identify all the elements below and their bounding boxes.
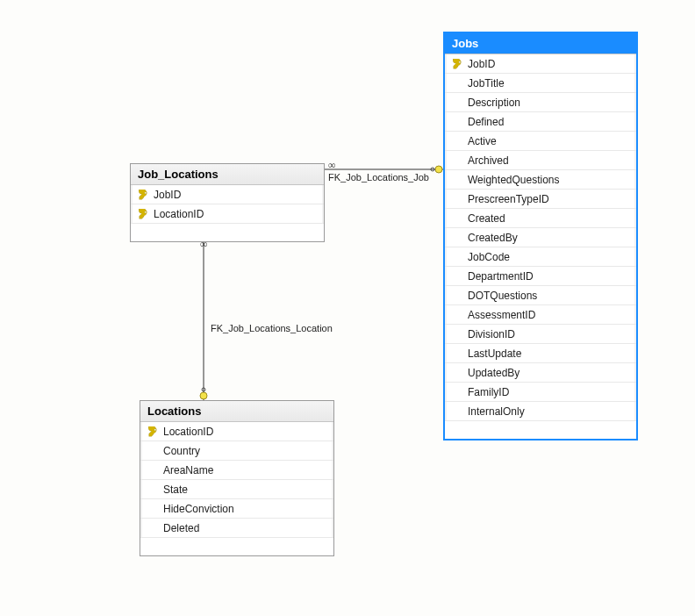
table-row[interactable]: Deleted	[140, 519, 333, 538]
entity-padding	[140, 538, 333, 555]
column-name: HideConviction	[161, 503, 328, 515]
table-row[interactable]: AreaName	[140, 461, 333, 480]
column-name: JobID	[152, 189, 319, 201]
table-row[interactable]: DivisionID	[445, 325, 636, 344]
table-row[interactable]: AssessmentID	[445, 305, 636, 325]
column-name: JobID	[466, 58, 631, 70]
svg-point-7	[202, 388, 205, 391]
column-name: Created	[466, 212, 631, 225]
column-name: LocationID	[152, 208, 319, 220]
table-row[interactable]: Defined	[445, 112, 636, 132]
primary-key-icon	[148, 426, 159, 437]
column-name: JobCode	[466, 251, 631, 263]
table-row[interactable]: LocationID	[131, 204, 324, 224]
table-row[interactable]: HideConviction	[140, 499, 333, 519]
table-row[interactable]: FamilyID	[445, 383, 636, 402]
entity-padding	[131, 224, 324, 241]
table-row[interactable]: Active	[445, 132, 636, 151]
table-row[interactable]: UpdatedBy	[445, 363, 636, 383]
column-name: DepartmentID	[466, 270, 631, 283]
table-row[interactable]: Country	[140, 441, 333, 461]
svg-text:∞: ∞	[328, 159, 336, 171]
column-name: Active	[466, 135, 631, 147]
column-name: PrescreenTypeID	[466, 193, 631, 205]
diagram-canvas[interactable]: ∞ ∞ FK_Job_Locations_Job FK_Job_Location…	[0, 0, 695, 616]
table-row[interactable]: DepartmentID	[445, 267, 636, 286]
table-row[interactable]: PrescreenTypeID	[445, 190, 636, 209]
entity-jobs[interactable]: Jobs JobID JobTitle Description Defined …	[443, 32, 638, 441]
svg-point-6	[200, 392, 207, 399]
column-name: LastUpdate	[466, 347, 631, 360]
column-name: Archived	[466, 154, 631, 167]
column-name: LocationID	[161, 426, 328, 438]
table-row[interactable]: LocationID	[140, 422, 333, 441]
table-row[interactable]: Created	[445, 209, 636, 228]
column-name: WeightedQuestions	[466, 174, 631, 186]
table-row[interactable]: Description	[445, 93, 636, 112]
primary-key-icon	[139, 209, 149, 219]
svg-point-2	[435, 166, 442, 173]
column-name: FamilyID	[466, 386, 631, 398]
column-name: Description	[466, 97, 631, 109]
table-row[interactable]: WeightedQuestions	[445, 170, 636, 190]
table-row[interactable]: JobCode	[445, 247, 636, 267]
column-name: Deleted	[161, 522, 328, 534]
column-name: JobTitle	[466, 77, 631, 90]
entity-title: Jobs	[445, 33, 636, 54]
column-name: DOTQuestions	[466, 290, 631, 302]
relationship-label-locations: FK_Job_Locations_Location	[211, 323, 333, 333]
column-name: AssessmentID	[466, 309, 631, 321]
primary-key-icon	[453, 59, 463, 69]
column-name: InternalOnly	[466, 405, 631, 418]
entity-padding	[445, 421, 636, 439]
column-name: Country	[161, 445, 328, 457]
svg-point-3	[431, 168, 434, 171]
relationship-line-jobs: ∞	[325, 159, 443, 173]
primary-key-icon	[139, 190, 149, 200]
entity-columns: JobID LocationID	[131, 185, 324, 241]
table-row[interactable]: InternalOnly	[445, 402, 636, 421]
column-name: CreatedBy	[466, 232, 631, 244]
table-row[interactable]: JobID	[445, 54, 636, 74]
entity-locations[interactable]: Locations LocationID Country AreaName St…	[140, 400, 334, 556]
column-name: AreaName	[161, 464, 328, 476]
column-name: State	[161, 483, 328, 496]
relationship-line-locations: ∞	[200, 237, 208, 400]
column-name: DivisionID	[466, 328, 631, 340]
entity-job-locations[interactable]: Job_Locations JobID LocationID	[130, 163, 325, 242]
table-row[interactable]: DOTQuestions	[445, 286, 636, 305]
table-row[interactable]: JobID	[131, 185, 324, 204]
column-name: UpdatedBy	[466, 367, 631, 379]
entity-columns: JobID JobTitle Description Defined Activ…	[445, 54, 636, 439]
table-row[interactable]: LastUpdate	[445, 344, 636, 363]
entity-title: Locations	[140, 401, 333, 422]
table-row[interactable]: Archived	[445, 151, 636, 170]
table-row[interactable]: JobTitle	[445, 74, 636, 93]
entity-columns: LocationID Country AreaName State HideCo…	[140, 422, 333, 555]
table-row[interactable]: State	[140, 480, 333, 499]
relationship-label-jobs: FK_Job_Locations_Job	[328, 172, 429, 183]
entity-title: Job_Locations	[131, 164, 324, 185]
column-name: Defined	[466, 116, 631, 128]
table-row[interactable]: CreatedBy	[445, 228, 636, 247]
